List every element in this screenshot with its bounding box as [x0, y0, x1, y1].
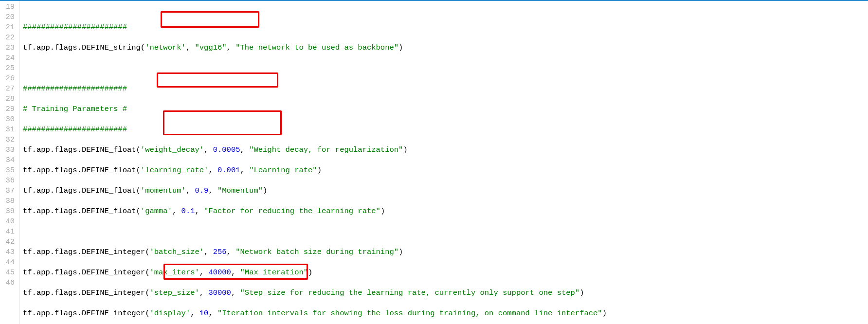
line-number: 32 [3, 135, 15, 145]
code-line [23, 227, 865, 237]
line-number: 38 [3, 196, 15, 206]
line-number: 23 [3, 43, 15, 53]
code-line: ####################### [23, 125, 865, 135]
line-number: 19 [3, 2, 15, 12]
code-line: tf.app.flags.DEFINE_float('learning_rate… [23, 165, 865, 176]
line-number: 44 [3, 257, 15, 268]
line-number: 26 [3, 73, 15, 84]
code-area[interactable]: ####################### tf.app.flags.DEF… [20, 1, 868, 324]
line-number: 34 [3, 155, 15, 165]
code-line: ####################### [23, 84, 865, 94]
line-number: 20 [3, 12, 15, 22]
line-number: 41 [3, 227, 15, 237]
line-number: 46 [3, 278, 15, 288]
code-line: # Training Parameters # [23, 104, 865, 114]
line-number: 21 [3, 22, 15, 33]
code-line: tf.app.flags.DEFINE_float('gamma', 0.1, … [23, 206, 865, 216]
code-line: tf.app.flags.DEFINE_integer('batch_size'… [23, 247, 865, 257]
line-number: 22 [3, 33, 15, 43]
line-number: 35 [3, 165, 15, 176]
line-number: 28 [3, 94, 15, 104]
code-editor: 1920212223242526272829303132333435363738… [0, 0, 868, 324]
line-number: 29 [3, 104, 15, 114]
line-number: 27 [3, 84, 15, 94]
line-number: 37 [3, 186, 15, 196]
line-number: 30 [3, 114, 15, 125]
code-line: tf.app.flags.DEFINE_integer('max_iters',… [23, 268, 865, 278]
line-number: 33 [3, 145, 15, 155]
line-number: 43 [3, 247, 15, 257]
line-number: 25 [3, 63, 15, 73]
line-number: 45 [3, 268, 15, 278]
line-number: 31 [3, 125, 15, 135]
hash-divider: ####################### [23, 23, 127, 32]
code-line: tf.app.flags.DEFINE_float('weight_decay'… [23, 145, 865, 155]
line-number: 40 [3, 216, 15, 227]
code-line: tf.app.flags.DEFINE_float('momentum', 0.… [23, 186, 865, 196]
line-number: 42 [3, 237, 15, 247]
code-line [23, 63, 865, 73]
line-number-gutter: 1920212223242526272829303132333435363738… [0, 1, 20, 324]
line-number: 36 [3, 176, 15, 186]
code-line: tf.app.flags.DEFINE_string('network', "v… [23, 43, 865, 53]
code-line: tf.app.flags.DEFINE_integer('step_size',… [23, 288, 865, 298]
code-line: tf.app.flags.DEFINE_integer('display', 1… [23, 308, 865, 319]
line-number: 24 [3, 53, 15, 63]
line-number: 39 [3, 206, 15, 216]
code-line: ####################### [23, 22, 865, 33]
